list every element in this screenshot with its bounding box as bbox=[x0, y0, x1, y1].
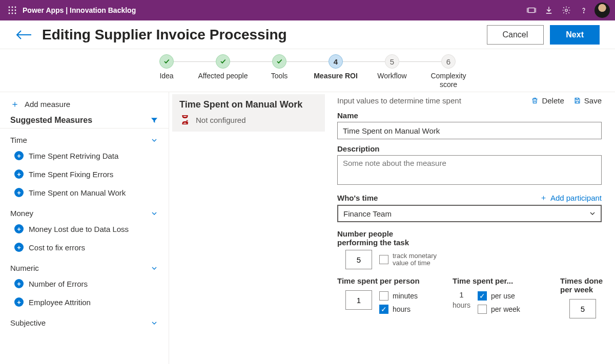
suggested-item[interactable]: +Cost to fix errors bbox=[0, 238, 169, 256]
suggested-item[interactable]: +Time Spent Retriving Data bbox=[0, 146, 169, 165]
track-monetary-checkbox[interactable]: track monetary value of time bbox=[379, 252, 444, 267]
svg-point-10 bbox=[565, 9, 568, 12]
checkbox-icon bbox=[478, 305, 487, 314]
user-avatar[interactable] bbox=[594, 3, 610, 18]
help-icon[interactable] bbox=[575, 0, 592, 20]
add-measure-button[interactable]: ＋ Add measure bbox=[0, 96, 169, 112]
times-label: Times done per week bbox=[560, 276, 611, 294]
svg-rect-9 bbox=[528, 8, 535, 13]
per-use-checkbox[interactable]: ✓per use bbox=[478, 291, 520, 301]
description-label: Description bbox=[337, 144, 602, 153]
tsper-label: Time spent per... bbox=[453, 276, 545, 285]
add-icon: + bbox=[14, 188, 24, 197]
step-measure-roi[interactable]: 4 Measure ROI bbox=[308, 54, 364, 80]
filter-icon[interactable] bbox=[150, 116, 158, 124]
add-icon: + bbox=[14, 297, 24, 307]
add-participant-button[interactable]: ＋ Add participant bbox=[540, 193, 602, 203]
add-icon: + bbox=[14, 169, 24, 179]
minutes-checkbox[interactable]: minutes bbox=[379, 291, 418, 301]
description-input[interactable] bbox=[337, 155, 602, 185]
tsper-value: 1 bbox=[453, 290, 470, 299]
tsp-input[interactable] bbox=[345, 290, 372, 310]
svg-point-7 bbox=[12, 13, 13, 14]
chevron-down-icon bbox=[150, 209, 158, 218]
cancel-button[interactable]: Cancel bbox=[487, 25, 544, 45]
numpeople-input[interactable] bbox=[345, 250, 372, 269]
add-icon: + bbox=[14, 243, 24, 252]
save-button[interactable]: Save bbox=[573, 96, 602, 105]
svg-text:$: $ bbox=[186, 120, 189, 124]
chevron-down-icon bbox=[150, 319, 158, 327]
add-icon: + bbox=[14, 279, 24, 288]
checkbox-checked-icon: ✓ bbox=[478, 291, 487, 301]
measure-form: Input values to determine time spent Del… bbox=[328, 92, 615, 364]
progress-stepper: Idea Affected people Tools 4 Measure ROI… bbox=[0, 49, 615, 92]
step-idea[interactable]: Idea bbox=[138, 54, 195, 80]
category-subjective[interactable]: Subjective bbox=[0, 311, 169, 329]
svg-point-6 bbox=[9, 13, 10, 14]
suggested-measures-header: Suggested Measures bbox=[0, 112, 169, 129]
step-workflow[interactable]: 5 Workflow bbox=[364, 54, 420, 80]
tsp-label: Time spent per person bbox=[337, 276, 437, 285]
page-title: Editing Supplier Invoice Processing bbox=[42, 27, 287, 43]
download-icon[interactable] bbox=[540, 0, 558, 20]
suggested-item[interactable]: +Employee Attrition bbox=[0, 293, 169, 311]
svg-point-3 bbox=[9, 10, 10, 11]
measures-sidebar: ＋ Add measure Suggested Measures Time +T… bbox=[0, 92, 169, 364]
gear-icon[interactable] bbox=[558, 0, 575, 20]
plus-icon: ＋ bbox=[10, 99, 19, 109]
step-tools[interactable]: Tools bbox=[251, 54, 308, 80]
step-complexity-score[interactable]: 6 Complexity score bbox=[420, 54, 477, 89]
checkbox-checked-icon: ✓ bbox=[379, 305, 388, 314]
checkbox-icon bbox=[379, 255, 388, 264]
selected-measures-list: Time Spent on Manual Work $ Not configur… bbox=[169, 92, 328, 364]
delete-button[interactable]: Delete bbox=[531, 96, 564, 105]
step-affected-people[interactable]: Affected people bbox=[195, 54, 251, 80]
next-button[interactable]: Next bbox=[550, 25, 600, 45]
hourglass-cost-icon: $ bbox=[179, 114, 191, 125]
add-icon: + bbox=[14, 224, 24, 233]
who-label: Who's time bbox=[337, 194, 378, 202]
global-topbar: Power Apps | Innovation Backlog bbox=[0, 0, 615, 20]
times-input[interactable] bbox=[569, 299, 596, 318]
name-input[interactable] bbox=[337, 122, 602, 139]
category-time[interactable]: Time bbox=[0, 129, 169, 146]
per-week-checkbox[interactable]: per week bbox=[478, 305, 520, 314]
suggested-item[interactable]: +Time Spent on Manual Work bbox=[0, 183, 169, 202]
category-numeric[interactable]: Numeric bbox=[0, 256, 169, 274]
who-select[interactable] bbox=[337, 205, 602, 222]
category-money[interactable]: Money bbox=[0, 202, 169, 220]
svg-point-2 bbox=[15, 7, 16, 8]
add-icon: + bbox=[14, 151, 24, 160]
suggested-item[interactable]: +Money Lost due to Data Loss bbox=[0, 220, 169, 238]
svg-point-4 bbox=[12, 10, 13, 11]
chevron-down-icon bbox=[150, 264, 158, 272]
back-arrow-icon[interactable] bbox=[15, 30, 33, 40]
app-launcher-icon[interactable] bbox=[5, 6, 19, 14]
product-title: Power Apps | Innovation Backlog bbox=[23, 6, 136, 14]
measure-card[interactable]: Time Spent on Manual Work $ Not configur… bbox=[172, 94, 325, 132]
main-content: ＋ Add measure Suggested Measures Time +T… bbox=[0, 92, 615, 364]
svg-point-11 bbox=[583, 12, 584, 13]
suggested-item[interactable]: +Time Spent Fixing Errors bbox=[0, 165, 169, 183]
form-hint: Input values to determine time spent bbox=[337, 96, 461, 105]
plus-icon: ＋ bbox=[540, 193, 547, 203]
page-header: Editing Supplier Invoice Processing Canc… bbox=[0, 20, 615, 49]
svg-point-8 bbox=[15, 13, 16, 14]
svg-point-1 bbox=[12, 7, 13, 8]
name-label: Name bbox=[337, 111, 602, 120]
tsper-unit: hours bbox=[453, 301, 470, 310]
svg-point-5 bbox=[15, 10, 16, 11]
numpeople-label: Number people performing the task bbox=[337, 229, 429, 247]
chevron-down-icon bbox=[150, 136, 158, 144]
fit-icon[interactable] bbox=[523, 0, 540, 20]
hours-checkbox[interactable]: ✓hours bbox=[379, 305, 418, 314]
svg-point-0 bbox=[9, 7, 10, 8]
suggested-item[interactable]: +Number of Errors bbox=[0, 274, 169, 293]
checkbox-icon bbox=[379, 291, 388, 301]
